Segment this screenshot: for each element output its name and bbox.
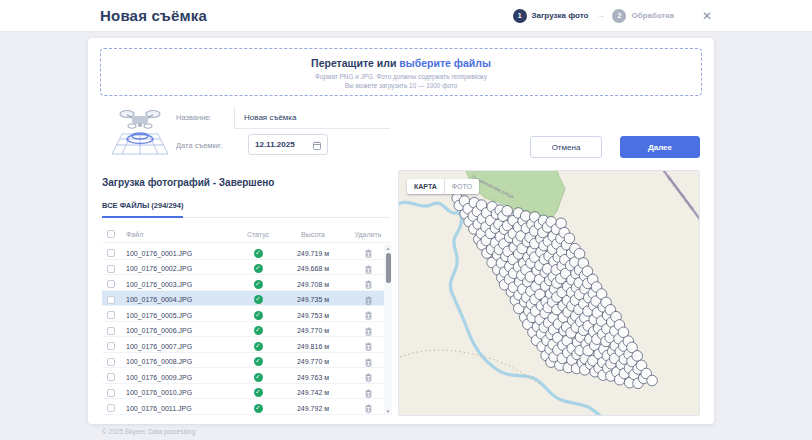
file-name: 100_0176_0008.JPG xyxy=(126,358,236,365)
choose-files-link[interactable]: выберите файлы xyxy=(399,57,491,69)
height-value: 249.708 м xyxy=(280,281,346,288)
tab-all-files[interactable]: ВСЕ ФАЙЛЫ (294/294) xyxy=(102,201,183,218)
row-checkbox[interactable] xyxy=(107,265,115,273)
table-row[interactable]: 100_0176_0004.JPG ✓ 249.735 м xyxy=(102,291,390,307)
status-cell: ✓ xyxy=(236,264,280,273)
table-row[interactable]: 100_0176_0009.JPG ✓ 249.763 м xyxy=(102,368,390,384)
file-name: 100_0176_0003.JPG xyxy=(126,281,236,288)
status-ok-icon: ✓ xyxy=(254,342,263,351)
status-cell: ✓ xyxy=(236,295,280,304)
photo-waypoint[interactable] xyxy=(502,206,513,217)
cancel-button[interactable]: Отмена xyxy=(530,136,602,158)
table-row[interactable]: 100_0176_0008.JPG ✓ 249.770 м xyxy=(102,353,390,369)
photo-waypoint[interactable] xyxy=(564,233,575,244)
survey-date-input[interactable]: 12.11.2025 xyxy=(248,134,328,155)
row-checkbox[interactable] xyxy=(107,311,115,319)
top-bar: Новая съёмка 1 Загрузка фото → 2 Обработ… xyxy=(0,0,812,32)
map-tab-photo[interactable]: ФОТО xyxy=(445,179,479,194)
file-name: 100_0176_0007.JPG xyxy=(126,343,236,350)
height-value: 249.770 м xyxy=(280,327,346,334)
flight-map[interactable]: КАРТА ФОТО Славяновская улица Центральна… xyxy=(398,170,700,416)
close-icon[interactable]: ✕ xyxy=(702,10,712,22)
row-checkbox[interactable] xyxy=(107,327,115,335)
file-name: 100_0176_0006.JPG xyxy=(126,327,236,334)
file-name: 100_0176_0001.JPG xyxy=(126,250,236,257)
map-layer-toggle: КАРТА ФОТО xyxy=(407,179,479,194)
status-ok-icon: ✓ xyxy=(254,326,263,335)
file-name: 100_0176_0010.JPG xyxy=(126,389,236,396)
file-name: 100_0176_0005.JPG xyxy=(126,312,236,319)
select-all-checkbox[interactable] xyxy=(107,230,115,238)
column-file: Файл xyxy=(126,231,236,238)
row-checkbox[interactable] xyxy=(107,280,115,288)
table-row[interactable]: 100_0176_0002.JPG ✓ 249.668 м xyxy=(102,260,390,276)
scroll-up-icon[interactable]: ▲ xyxy=(384,244,392,252)
file-table-header: Файл Статус Высота Удалить xyxy=(102,226,390,243)
file-dropzone[interactable]: Перетащите или выберите файлы Формат PNG… xyxy=(100,48,702,96)
photo-waypoint[interactable] xyxy=(647,375,658,386)
table-row[interactable]: 100_0176_0010.JPG ✓ 249.742 м xyxy=(102,384,390,400)
map-tab-karta[interactable]: КАРТА xyxy=(407,179,445,194)
status-cell: ✓ xyxy=(236,404,280,413)
survey-name-input[interactable]: Новая съёмка xyxy=(234,106,390,129)
trash-icon[interactable] xyxy=(365,399,372,415)
copyright-text: © 2025 Skyeer. Data processing xyxy=(102,428,195,435)
photo-waypoint[interactable] xyxy=(632,351,643,362)
status-cell: ✓ xyxy=(236,280,280,289)
table-row[interactable]: 100_0176_0003.JPG ✓ 249.708 м xyxy=(102,275,390,291)
step-upload-photos[interactable]: 1 Загрузка фото xyxy=(513,9,589,23)
file-name: 100_0176_0004.JPG xyxy=(126,296,236,303)
calendar-icon[interactable] xyxy=(313,136,321,154)
status-cell: ✓ xyxy=(236,311,280,320)
status-cell: ✓ xyxy=(236,357,280,366)
scroll-down-icon[interactable]: ▼ xyxy=(384,407,392,415)
step-1-circle: 1 xyxy=(513,9,527,23)
column-delete: Удалить xyxy=(346,231,390,238)
row-checkbox[interactable] xyxy=(107,404,115,412)
dropzone-hint-line1: Формат PNG и JPG. Фото должны содержать … xyxy=(101,72,701,81)
status-ok-icon: ✓ xyxy=(254,388,263,397)
row-checkbox[interactable] xyxy=(107,296,115,304)
dropzone-hint-line2: Вы можете загрузить 10 — 1000 фото xyxy=(101,81,701,90)
scrollbar-thumb[interactable] xyxy=(386,253,391,283)
step-1-label: Загрузка фото xyxy=(532,11,589,20)
status-cell: ✓ xyxy=(236,342,280,351)
date-field-label: Дата съемки: xyxy=(176,141,222,150)
table-row[interactable]: 100_0176_0001.JPG ✓ 249.719 м xyxy=(102,244,390,260)
status-cell: ✓ xyxy=(236,249,280,258)
height-value: 249.816 м xyxy=(280,343,346,350)
dropzone-hint: Формат PNG и JPG. Фото должны содержать … xyxy=(101,72,701,91)
date-value: 12.11.2025 xyxy=(255,140,295,149)
row-checkbox[interactable] xyxy=(107,389,115,397)
file-name: 100_0176_0002.JPG xyxy=(126,265,236,272)
file-list-scrollbar[interactable]: ▲ ▼ xyxy=(384,244,392,415)
page-title: Новая съёмка xyxy=(100,7,207,24)
row-checkbox[interactable] xyxy=(107,373,115,381)
step-processing[interactable]: 2 Обработка xyxy=(612,9,674,23)
column-height: Высота xyxy=(280,231,346,238)
status-cell: ✓ xyxy=(236,388,280,397)
height-value: 249.742 м xyxy=(280,389,346,396)
status-ok-icon: ✓ xyxy=(254,280,263,289)
row-checkbox[interactable] xyxy=(107,342,115,350)
name-field-label: Название: xyxy=(176,113,212,122)
dropzone-title-text: Перетащите или xyxy=(311,57,399,69)
new-survey-card: Перетащите или выберите файлы Формат PNG… xyxy=(88,38,714,424)
upload-status-heading: Загрузка фотографий - Завершено xyxy=(102,177,274,188)
status-cell: ✓ xyxy=(236,326,280,335)
table-row[interactable]: 100_0176_0005.JPG ✓ 249.753 м xyxy=(102,306,390,322)
height-value: 249.792 м xyxy=(280,405,346,412)
table-row[interactable]: 100_0176_0006.JPG ✓ 249.770 м xyxy=(102,322,390,338)
row-checkbox[interactable] xyxy=(107,249,115,257)
status-ok-icon: ✓ xyxy=(254,264,263,273)
height-value: 249.735 м xyxy=(280,296,346,303)
drone-icon xyxy=(108,104,172,158)
table-row[interactable]: 100_0176_0011.JPG ✓ 249.792 м xyxy=(102,399,390,415)
height-value: 249.770 м xyxy=(280,358,346,365)
status-ok-icon: ✓ xyxy=(254,373,263,382)
dropzone-title: Перетащите или выберите файлы xyxy=(101,57,701,69)
next-button[interactable]: Далее xyxy=(620,136,700,158)
row-checkbox[interactable] xyxy=(107,358,115,366)
file-name: 100_0176_0011.JPG xyxy=(126,405,236,412)
table-row[interactable]: 100_0176_0007.JPG ✓ 249.816 м xyxy=(102,337,390,353)
